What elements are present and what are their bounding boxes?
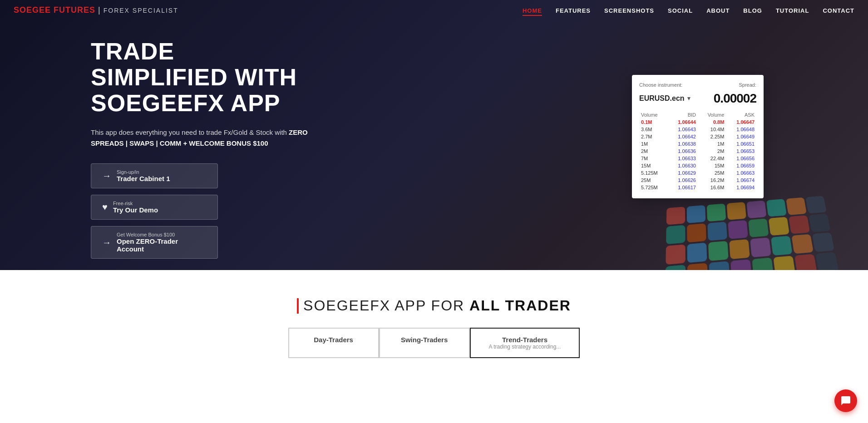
signin-icon: →: [102, 171, 111, 181]
tab-trend-traders-desc: A trading strategy according...: [489, 344, 561, 350]
cell-vol-bid: 0.1M: [639, 118, 667, 126]
cell-bid: 1.06644: [667, 118, 698, 126]
app-icon: [773, 256, 795, 270]
col-vol-ask: Volume: [698, 111, 726, 118]
nav-menu: HOME FEATURES SCREENSHOTS SOCIAL ABOUT B…: [523, 6, 854, 15]
app-icon: [687, 263, 708, 270]
col-ask: ASK: [726, 111, 756, 118]
nav-item-about[interactable]: ABOUT: [706, 6, 730, 15]
nav-link-about[interactable]: ABOUT: [706, 7, 730, 14]
nav-link-features[interactable]: FEATURES: [556, 7, 591, 14]
app-icon: [687, 243, 707, 263]
cell-bid: 1.06642: [667, 133, 698, 140]
app-icon: [771, 236, 793, 256]
cell-ask: 1.06656: [726, 155, 756, 162]
cell-vol-bid: 25M: [639, 177, 667, 184]
cell-vol-bid: 15M: [639, 162, 667, 169]
nav-item-features[interactable]: FEATURES: [556, 6, 591, 15]
nav-link-social[interactable]: SOCIAL: [668, 7, 693, 14]
btn2-label-main: Try Our Demo: [113, 206, 158, 214]
instrument-dropdown-arrow: ▼: [686, 95, 692, 102]
app-icon: [666, 244, 686, 265]
app-icon: [687, 223, 706, 242]
section-title-bold: ALL TRADER: [469, 297, 571, 314]
app-icon: [707, 203, 726, 221]
widget-table-row: 2M 1.06636 2M 1.06653: [639, 148, 756, 155]
nav-link-home[interactable]: HOME: [523, 7, 542, 16]
nav-link-screenshots[interactable]: SCREENSHOTS: [604, 7, 654, 14]
try-demo-button[interactable]: ♥ Free-risk Try Our Demo: [91, 195, 218, 220]
widget-instrument[interactable]: EURUSD.ecn ▼: [639, 94, 691, 103]
traders-section: SOEGEEFX APP FOR ALL TRADER Day-Traders …: [0, 270, 868, 367]
cell-bid: 1.06630: [667, 162, 698, 169]
open-account-button[interactable]: → Get Welcome Bonus $100 Open ZERO-Trade…: [91, 226, 218, 259]
app-icon: [729, 239, 750, 259]
trading-widget: Choose instrument: Spread: EURUSD.ecn ▼ …: [632, 75, 764, 198]
cell-bid: 1.06629: [667, 169, 698, 177]
cell-ask: 1.06647: [726, 118, 756, 126]
app-icon: [791, 234, 813, 254]
nav-item-blog[interactable]: BLOG: [743, 6, 762, 15]
widget-table-row: 7M 1.06633 22.4M 1.06656: [639, 155, 756, 162]
cell-vol-bid: 2.7M: [639, 133, 667, 140]
app-icon: [766, 199, 787, 216]
heart-icon: ♥: [102, 202, 108, 212]
tab-day-traders[interactable]: Day-Traders: [288, 328, 379, 358]
nav-link-tutorial[interactable]: TUTORIAL: [776, 7, 809, 14]
cell-vol-bid: 5.125M: [639, 169, 667, 177]
app-icon: [727, 202, 746, 220]
btn3-label-top: Get Welcome Bonus $100: [117, 232, 207, 237]
cell-ask: 1.06649: [726, 133, 756, 140]
site-logo[interactable]: SOEGEE FUTURES | FOREX SPECIALIST: [14, 5, 178, 15]
app-icon: [728, 220, 748, 239]
app-icon: [752, 257, 774, 270]
accent-bar: [297, 298, 299, 314]
cell-ask: 1.06663: [726, 169, 756, 177]
tab-swing-traders[interactable]: Swing-Traders: [379, 328, 470, 358]
app-icon: [786, 197, 807, 215]
nav-item-contact[interactable]: CONTACT: [823, 6, 854, 15]
tab-trend-traders[interactable]: Trend-Traders A trading strategy accordi…: [470, 328, 580, 358]
cell-bid: 1.06617: [667, 184, 698, 191]
widget-table: Volume BID Volume ASK 0.1M 1.06644 0.8M …: [639, 111, 756, 191]
hero-title: TRADE SIMPLIFIED WITH SOEGEEFX APP: [91, 39, 318, 117]
app-icon: [769, 217, 789, 236]
section-title-normal: SOEGEEFX APP FOR: [303, 297, 469, 314]
trader-cabinet-button[interactable]: → Sign-up/in Trader Cabinet 1: [91, 163, 218, 188]
cell-vol-ask: 16.2M: [698, 177, 726, 184]
cell-ask: 1.06651: [726, 140, 756, 148]
cell-vol-bid: 2M: [639, 148, 667, 155]
app-icon: [666, 225, 685, 244]
nav-item-home[interactable]: HOME: [523, 6, 542, 15]
cell-ask: 1.06674: [726, 177, 756, 184]
col-bid: BID: [667, 111, 698, 118]
navigation: SOEGEE FUTURES | FOREX SPECIALIST HOME F…: [0, 0, 868, 20]
nav-link-blog[interactable]: BLOG: [743, 7, 762, 14]
widget-table-row: 3.6M 1.06643 10.4M 1.06648: [639, 126, 756, 133]
cell-vol-bid: 3.6M: [639, 126, 667, 133]
cell-vol-bid: 5.725M: [639, 184, 667, 191]
widget-table-row: 2.7M 1.06642 2.25M 1.06649: [639, 133, 756, 140]
widget-table-row: 5.725M 1.06617 16.6M 1.06694: [639, 184, 756, 191]
hero-desc-normal: This app does everything you need to tra…: [91, 128, 289, 136]
app-icon: [709, 261, 730, 270]
widget-spread-value: 0.00002: [714, 91, 756, 106]
widget-table-row: 15M 1.06630 15M 1.06659: [639, 162, 756, 169]
app-icon: [809, 214, 830, 232]
nav-item-social[interactable]: SOCIAL: [668, 6, 693, 15]
app-icons-decoration: [665, 196, 838, 270]
app-icon: [789, 215, 810, 234]
app-icon: [794, 254, 817, 270]
app-icon: [666, 207, 685, 225]
nav-link-contact[interactable]: CONTACT: [823, 7, 854, 14]
nav-item-screenshots[interactable]: SCREENSHOTS: [604, 6, 654, 15]
widget-spread-label: Spread:: [739, 82, 756, 88]
instrument-name: EURUSD.ecn: [639, 94, 685, 103]
app-icon: [665, 265, 686, 270]
tab-day-traders-label: Day-Traders: [307, 336, 360, 344]
hero-section: TRADE SIMPLIFIED WITH SOEGEEFX APP This …: [0, 0, 868, 270]
cell-vol-ask: 0.8M: [698, 118, 726, 126]
cell-vol-ask: 25M: [698, 169, 726, 177]
nav-item-tutorial[interactable]: TUTORIAL: [776, 6, 809, 15]
cell-bid: 1.06638: [667, 140, 698, 148]
